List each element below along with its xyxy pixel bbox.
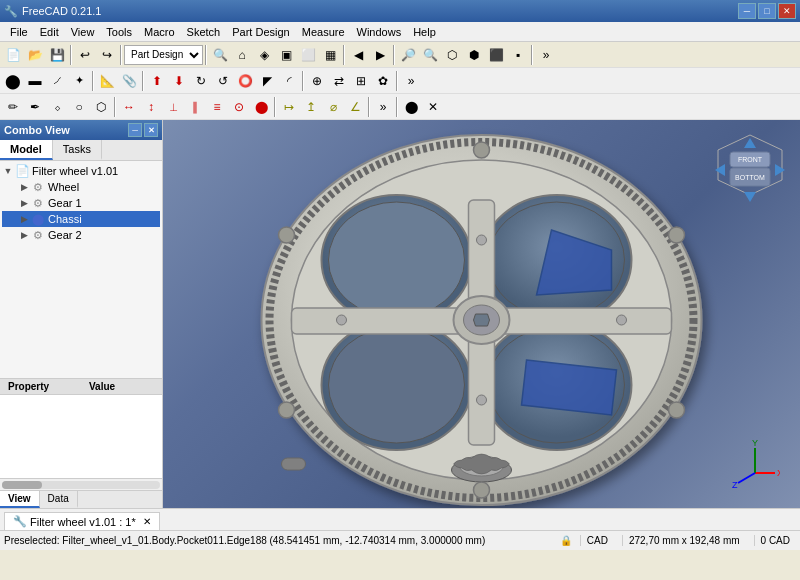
workbench-dropdown[interactable]: Part Design Sketcher Part xyxy=(124,45,203,65)
more-views-button[interactable]: » xyxy=(535,44,557,66)
sidebar-minimize-button[interactable]: ─ xyxy=(128,123,142,137)
svg-line-41 xyxy=(738,473,755,483)
view-home-button[interactable]: ⌂ xyxy=(231,44,253,66)
revolution-button[interactable]: ↻ xyxy=(190,70,212,92)
view-solid-button[interactable]: ⬛ xyxy=(485,44,507,66)
sketch-tools-1[interactable]: ✏ xyxy=(2,96,24,118)
more-part-button[interactable]: » xyxy=(400,70,422,92)
view-3d-button[interactable]: ◈ xyxy=(253,44,275,66)
constraint-6[interactable]: ⊙ xyxy=(228,96,250,118)
sidebar-controls[interactable]: ─ ✕ xyxy=(128,123,158,137)
close-button[interactable]: ✕ xyxy=(778,3,796,19)
constraint-1[interactable]: ↔ xyxy=(118,96,140,118)
menu-sketch[interactable]: Sketch xyxy=(181,24,227,40)
tree-item-chassi[interactable]: ▶ ⬤ Chassi xyxy=(2,211,160,227)
constraint-4[interactable]: ∥ xyxy=(184,96,206,118)
sketch-tools-4[interactable]: ○ xyxy=(68,96,90,118)
datum-plane-button[interactable]: ▬ xyxy=(24,70,46,92)
view-iso-button[interactable]: ⬡ xyxy=(441,44,463,66)
bottom-tab-view[interactable]: View xyxy=(0,491,40,508)
toolbar-sep-2 xyxy=(120,45,122,65)
svg-point-19 xyxy=(669,402,685,418)
constraint-3[interactable]: ⟂ xyxy=(162,96,184,118)
svg-point-20 xyxy=(279,402,295,418)
dimension-3[interactable]: ⌀ xyxy=(322,96,344,118)
nav-right-button[interactable]: ▶ xyxy=(369,44,391,66)
groove-button[interactable]: ↺ xyxy=(212,70,234,92)
tab-tasks[interactable]: Tasks xyxy=(53,140,102,160)
nav-left-button[interactable]: ◀ xyxy=(347,44,369,66)
menu-macro[interactable]: Macro xyxy=(138,24,181,40)
menu-view[interactable]: View xyxy=(65,24,101,40)
sketch-tools-2[interactable]: ✒ xyxy=(24,96,46,118)
hole-button[interactable]: ⭕ xyxy=(234,70,256,92)
view-shadow-button[interactable]: ▪ xyxy=(507,44,529,66)
mirrored-button[interactable]: ⇄ xyxy=(328,70,350,92)
bottom-tab-data[interactable]: Data xyxy=(40,491,78,508)
menu-tools[interactable]: Tools xyxy=(100,24,138,40)
datum-line-button[interactable]: ⟋ xyxy=(46,70,68,92)
pocket-button[interactable]: ⬇ xyxy=(168,70,190,92)
fillet-button[interactable]: ◜ xyxy=(278,70,300,92)
bottom-tab-close[interactable]: ✕ xyxy=(143,516,151,527)
linear-pattern-button[interactable]: ⊞ xyxy=(350,70,372,92)
menu-help[interactable]: Help xyxy=(407,24,442,40)
chamfer-button[interactable]: ◤ xyxy=(256,70,278,92)
navigation-cube[interactable]: BOTTOM FRONT xyxy=(710,130,790,210)
polar-pattern-button[interactable]: ✿ xyxy=(372,70,394,92)
toolbar-sep-9 xyxy=(302,71,304,91)
tree-icon-root: 📄 xyxy=(14,164,30,178)
sidebar-scrollbar[interactable] xyxy=(0,478,162,490)
tree-item-gear2[interactable]: ▶ ⚙ Gear 2 xyxy=(2,227,160,243)
menu-edit[interactable]: Edit xyxy=(34,24,65,40)
tree-item-wheel[interactable]: ▶ ⚙ Wheel xyxy=(2,179,160,195)
save-button[interactable]: 💾 xyxy=(46,44,68,66)
view-front-button[interactable]: ▣ xyxy=(275,44,297,66)
constraint-2[interactable]: ↕ xyxy=(140,96,162,118)
sketch-tools-5[interactable]: ⬡ xyxy=(90,96,112,118)
status-right: 🔒 CAD 272,70 mm x 192,48 mm 0 CAD xyxy=(560,535,796,546)
undo-button[interactable]: ↩ xyxy=(74,44,96,66)
pad-button[interactable]: ⬆ xyxy=(146,70,168,92)
dimension-1[interactable]: ↦ xyxy=(278,96,300,118)
menu-windows[interactable]: Windows xyxy=(351,24,408,40)
extra-1[interactable]: ⬤ xyxy=(400,96,422,118)
maximize-button[interactable]: □ xyxy=(758,3,776,19)
toolbar-sep-7 xyxy=(92,71,94,91)
view-fit-button[interactable]: 🔍 xyxy=(209,44,231,66)
constraint-5[interactable]: ≡ xyxy=(206,96,228,118)
tab-model[interactable]: Model xyxy=(0,140,53,160)
3d-viewport[interactable]: BOTTOM FRONT X Y Z xyxy=(163,120,800,508)
view-top-button[interactable]: ⬜ xyxy=(297,44,319,66)
minimize-button[interactable]: ─ xyxy=(738,3,756,19)
menu-measure[interactable]: Measure xyxy=(296,24,351,40)
toolbar-row-3: ✏ ✒ ⬦ ○ ⬡ ↔ ↕ ⟂ ∥ ≡ ⊙ ⬤ ↦ ↥ ⌀ ∠ » ⬤ ✕ xyxy=(0,94,800,120)
dimension-4[interactable]: ∠ xyxy=(344,96,366,118)
part-body-button[interactable]: ⬤ xyxy=(2,70,24,92)
sidebar-close-button[interactable]: ✕ xyxy=(144,123,158,137)
extra-2[interactable]: ✕ xyxy=(422,96,444,118)
boolean-button[interactable]: ⊕ xyxy=(306,70,328,92)
view-wire-button[interactable]: ⬢ xyxy=(463,44,485,66)
title-controls[interactable]: ─ □ ✕ xyxy=(738,3,796,19)
menu-file[interactable]: File xyxy=(4,24,34,40)
tree-item-gear1[interactable]: ▶ ⚙ Gear 1 xyxy=(2,195,160,211)
attach-sketch-button[interactable]: 📎 xyxy=(118,70,140,92)
new-file-button[interactable]: 📄 xyxy=(2,44,24,66)
zoom-out-button[interactable]: 🔍 xyxy=(419,44,441,66)
redo-button[interactable]: ↪ xyxy=(96,44,118,66)
sketch-button[interactable]: 📐 xyxy=(96,70,118,92)
svg-point-22 xyxy=(474,482,490,498)
toolbar-row-2: ⬤ ▬ ⟋ ✦ 📐 📎 ⬆ ⬇ ↻ ↺ ⭕ ◤ ◜ ⊕ ⇄ ⊞ ✿ » xyxy=(0,68,800,94)
bottom-tab-model[interactable]: 🔧 Filter wheel v1.01 : 1* ✕ xyxy=(4,512,160,530)
sketch-tools-3[interactable]: ⬦ xyxy=(46,96,68,118)
more-sketch-button[interactable]: » xyxy=(372,96,394,118)
view-right-button[interactable]: ▦ xyxy=(319,44,341,66)
datum-point-button[interactable]: ✦ xyxy=(68,70,90,92)
tree-item-root[interactable]: ▼ 📄 Filter wheel v1.01 xyxy=(2,163,160,179)
constraint-7[interactable]: ⬤ xyxy=(250,96,272,118)
zoom-in-button[interactable]: 🔎 xyxy=(397,44,419,66)
open-file-button[interactable]: 📂 xyxy=(24,44,46,66)
dimension-2[interactable]: ↥ xyxy=(300,96,322,118)
menu-part-design[interactable]: Part Design xyxy=(226,24,295,40)
